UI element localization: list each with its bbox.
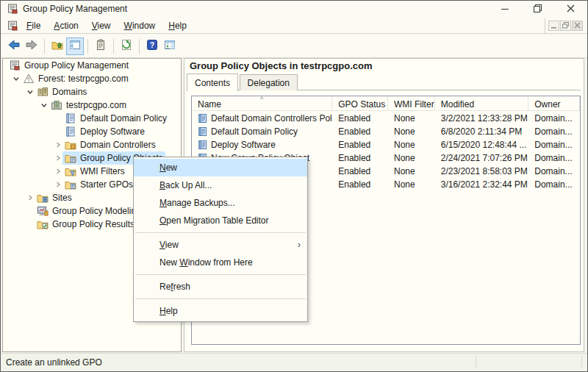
tree-item-label: WMI Filters — [80, 166, 125, 176]
cell-modified: 3/16/2021 2:32:44 PM — [435, 179, 529, 190]
menu-item-back-up-all[interactable]: Back Up All... — [134, 176, 307, 194]
tree-item-domains[interactable]: Domains — [3, 85, 181, 99]
svg-text:?: ? — [150, 41, 154, 49]
chevron-down-icon[interactable] — [37, 101, 51, 109]
chevron-right-icon[interactable] — [51, 168, 65, 175]
tree-item-label: Sites — [52, 193, 72, 203]
menu-item-view[interactable]: View› — [134, 236, 307, 254]
gpmc-app-icon — [7, 3, 18, 17]
tab-contents[interactable]: Contents — [187, 74, 238, 91]
column-header-gpo-status[interactable]: GPO Status — [332, 96, 388, 111]
toolbar-separator — [44, 39, 45, 54]
clipboard-icon — [95, 39, 107, 53]
chevron-down-icon[interactable] — [10, 75, 23, 82]
menu-separator — [135, 274, 306, 275]
tree-item-deploy-software[interactable]: Deploy Software — [3, 125, 181, 138]
show-action-pane-button[interactable] — [161, 37, 179, 55]
refresh-icon — [121, 39, 132, 53]
mdi-minimize-button[interactable] — [548, 21, 559, 31]
chevron-right-icon[interactable] — [51, 181, 65, 188]
cell-gpo-status: Enabled — [332, 179, 388, 190]
maximize-button[interactable] — [521, 1, 554, 18]
column-header-wmi-filter[interactable]: WMI Filter — [388, 96, 435, 111]
cell-wmi-filter: None — [388, 166, 435, 176]
tree-item-default-domain-policy[interactable]: Default Domain Policy — [3, 112, 181, 125]
menu-item-help[interactable]: Help — [134, 302, 307, 320]
tree-item-domain-controllers[interactable]: Domain Controllers — [3, 138, 181, 151]
back-button[interactable] — [5, 37, 23, 55]
cell-wmi-filter: None — [388, 179, 435, 190]
tree-item-forest-testrpcgpo-com[interactable]: Forest: testrpcgpo.com — [3, 72, 181, 85]
menu-item-new[interactable]: New — [134, 159, 307, 176]
cell-gpo-status: Enabled — [332, 153, 388, 163]
chevron-down-icon[interactable] — [24, 88, 37, 96]
statusbar: Create an unlinked GPO — [1, 353, 587, 371]
menu-window[interactable]: Window — [118, 18, 162, 33]
gpo-item-icon — [198, 113, 208, 124]
column-header-owner[interactable]: Owner — [528, 96, 580, 111]
window-title: Group Policy Management — [23, 4, 127, 14]
statusbar-divider — [476, 356, 476, 368]
minimize-icon — [501, 4, 509, 15]
forest-icon — [23, 73, 35, 85]
table-row[interactable]: Default Domain PolicyEnabledNone6/8/2020… — [192, 125, 580, 138]
details-pane-title: Group Policy Objects in testrpcgpo.com — [190, 60, 373, 71]
cell-wmi-filter: None — [388, 153, 435, 163]
close-button[interactable] — [554, 1, 587, 18]
properties-button[interactable] — [92, 37, 110, 55]
cell-gpo-status: Enabled — [332, 166, 388, 176]
tree-item-label: Default Domain Policy — [80, 113, 167, 124]
gpmc-window: Group Policy Management FileActionViewWi… — [0, 0, 588, 372]
gpo-name-cell: Deploy Software — [192, 140, 332, 150]
submenu-arrow-icon: › — [298, 236, 301, 254]
context-menu: NewBack Up All...Manage Backups...Open M… — [133, 157, 308, 322]
menu-file[interactable]: File — [20, 18, 47, 33]
cell-owner: Domain... — [528, 166, 580, 176]
chevron-right-icon[interactable] — [51, 141, 65, 149]
menu-view[interactable]: View — [85, 18, 118, 33]
forward-button[interactable] — [23, 37, 40, 55]
list-header: NameGPO StatusWMI FilterModifiedOwner — [192, 96, 580, 111]
minimize-button[interactable] — [488, 1, 521, 18]
forward-icon — [25, 39, 38, 53]
gpmc-icon — [9, 60, 21, 71]
refresh-button[interactable] — [118, 37, 135, 55]
show-console-tree-button[interactable] — [66, 37, 84, 55]
folder-sites-icon — [37, 192, 49, 204]
menu-action[interactable]: Action — [47, 18, 85, 33]
tree-item-group-policy-management[interactable]: Group Policy Management — [3, 59, 181, 72]
menu-item-refresh[interactable]: Refresh — [134, 278, 307, 296]
folder-wmi-icon — [65, 165, 76, 177]
cell-owner: Domain... — [528, 140, 580, 150]
up-one-level-button[interactable] — [49, 37, 66, 55]
menu-item-new-window-from-here[interactable]: New Window from Here — [134, 254, 307, 271]
table-row[interactable]: Deploy SoftwareEnabledNone6/15/2020 12:4… — [192, 138, 580, 151]
gpo-item-icon — [198, 126, 208, 137]
menu-help[interactable]: Help — [162, 18, 193, 33]
restore-icon — [562, 21, 569, 31]
mdi-restore-button[interactable] — [560, 21, 571, 31]
mdi-close-button[interactable] — [572, 21, 583, 31]
tree-item-label: Deploy Software — [80, 126, 145, 137]
table-row[interactable]: Default Domain Controllers PolicyEnabled… — [192, 112, 580, 125]
menubar: FileActionViewWindowHelp — [1, 18, 587, 34]
menu-item-manage-backups[interactable]: Manage Backups... — [134, 194, 307, 212]
menu-item-open-migration-table-editor[interactable]: Open Migration Table Editor — [134, 212, 307, 229]
tab-delegation[interactable]: Delegation — [240, 74, 298, 90]
gpo-icon — [65, 112, 76, 124]
toolbar: ? — [1, 35, 587, 58]
tree-item-testrpcgpo-com[interactable]: testrpcgpo.com — [3, 99, 181, 112]
folder-starter-icon — [65, 179, 76, 190]
cell-gpo-status: Enabled — [332, 126, 388, 137]
cell-modified: 2/23/2021 8:58:03 PM — [435, 166, 529, 176]
cell-wmi-filter: None — [388, 126, 435, 137]
cell-gpo-status: Enabled — [332, 113, 388, 124]
help-button[interactable]: ? — [143, 37, 161, 55]
tree-item-label: Domains — [52, 87, 87, 97]
close-icon — [567, 4, 575, 15]
back-icon — [7, 39, 21, 53]
tree-item-label: Forest: testrpcgpo.com — [38, 74, 129, 84]
column-header-modified[interactable]: Modified — [435, 96, 529, 111]
chevron-right-icon[interactable] — [24, 194, 37, 201]
sort-ascending-icon: ^ — [260, 96, 263, 103]
